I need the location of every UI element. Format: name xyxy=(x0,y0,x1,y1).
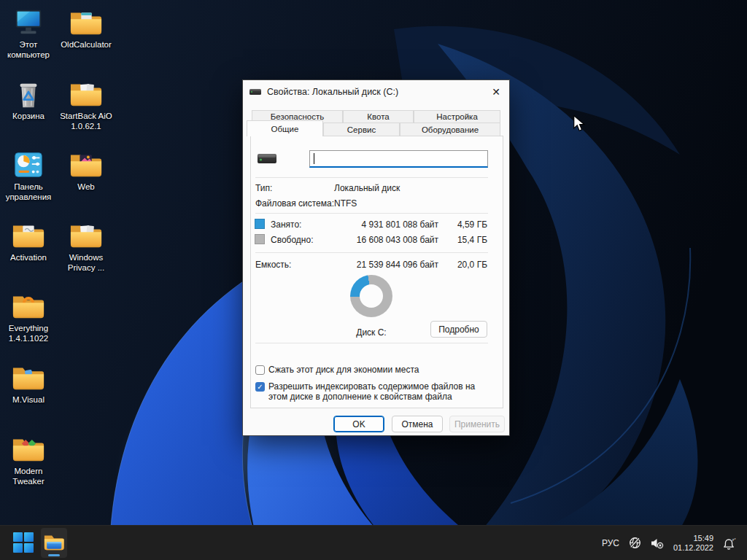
system-tray: РУС 15:49 01.12.2022 z z xyxy=(602,526,737,560)
this-pc-icon xyxy=(12,7,45,38)
drive-small-icon xyxy=(249,88,261,96)
donut-hole xyxy=(360,284,383,308)
no-internet-icon[interactable] xyxy=(629,537,641,549)
taskbar-explorer-button[interactable] xyxy=(41,528,67,558)
capacity-label: Емкость: xyxy=(255,260,291,270)
free-bytes: 16 608 043 008 байт xyxy=(329,235,438,245)
taskbar: РУС 15:49 01.12.2022 z z xyxy=(0,525,747,560)
divider xyxy=(255,177,488,178)
divider xyxy=(255,343,488,343)
details-button[interactable]: Подробно xyxy=(430,321,487,338)
free-legend-swatch xyxy=(255,234,265,244)
properties-dialog: Свойства: Локальный диск (C:) ✕ Безопасн… xyxy=(243,80,509,435)
start-button[interactable] xyxy=(13,532,34,553)
desktop-icon-label: Everything 1.4.1.1022 xyxy=(0,324,57,343)
used-size: 4,59 ГБ xyxy=(446,219,487,230)
close-icon[interactable]: ✕ xyxy=(489,85,503,98)
desktop-icon-label: Web xyxy=(58,182,115,192)
desktop-icon-startback[interactable]: StartBack AiO 1.0.62.1 xyxy=(58,79,115,131)
desktop-icon-this-pc[interactable]: Этот компьютер xyxy=(0,7,57,60)
folder-blue-icon xyxy=(12,362,45,393)
clock[interactable]: 15:49 01.12.2022 xyxy=(673,534,713,553)
desktop-icon-label: Modern Tweaker xyxy=(0,467,57,486)
folder-image-icon xyxy=(69,149,103,180)
index-checkbox-label: Разрешить индексировать содержимое файло… xyxy=(268,382,489,402)
filesystem-label: Файловая система: xyxy=(255,198,334,209)
desktop-icon-recycle-bin[interactable]: Корзина xyxy=(0,79,57,122)
running-indicator xyxy=(48,554,60,556)
desktop-icon-activation[interactable]: Activation xyxy=(0,220,57,263)
desktop-icon-label: M.Visual xyxy=(0,395,57,405)
text-caret xyxy=(314,153,314,164)
volume-label-input[interactable] xyxy=(309,150,488,168)
desktop-icon-label: Activation xyxy=(0,253,57,263)
desktop-icon-mvisual[interactable]: M.Visual xyxy=(0,362,57,405)
disk-usage-donut xyxy=(350,275,392,317)
desktop-icon-windows-privacy[interactable]: Windows Privacy ... xyxy=(58,220,115,273)
desktop-icon-web[interactable]: Web xyxy=(58,149,115,192)
folder-app-icon xyxy=(69,7,103,38)
desktop-icon-label: Корзина xyxy=(0,112,57,122)
muted-speaker-icon[interactable] xyxy=(651,537,664,549)
used-legend-swatch xyxy=(255,219,265,229)
ok-button[interactable]: OK xyxy=(333,416,384,432)
desktop-icon-label: OldCalculator xyxy=(58,40,115,50)
dialog-title-bar: Свойства: Локальный диск (C:) xyxy=(243,80,509,103)
dialog-title: Свойства: Локальный диск (C:) xyxy=(267,87,398,97)
notification-bell-dnd-icon[interactable]: z z xyxy=(723,537,737,550)
desktop-icon-modern-tweaker[interactable]: Modern Tweaker xyxy=(0,434,57,486)
apply-button[interactable]: Применить xyxy=(449,416,505,432)
mouse-cursor xyxy=(573,115,585,132)
desktop-icon-label: Этот компьютер xyxy=(0,40,57,60)
folder-ring-icon xyxy=(12,291,45,322)
tab-hardware[interactable]: Оборудование xyxy=(400,122,500,136)
folder-docs-icon xyxy=(69,220,103,251)
divider xyxy=(255,213,488,214)
compress-checkbox[interactable] xyxy=(255,365,265,375)
used-label: Занято: xyxy=(271,219,301,230)
clock-date: 01.12.2022 xyxy=(673,543,713,553)
divider xyxy=(255,252,488,253)
folder-docs-icon xyxy=(69,79,103,109)
used-bytes: 4 931 801 088 байт xyxy=(329,219,438,230)
desktop-icon-label: Windows Privacy ... xyxy=(58,253,115,273)
tab-customize[interactable]: Настройка xyxy=(414,110,500,123)
free-size: 15,4 ГБ xyxy=(446,235,487,245)
clock-time: 15:49 xyxy=(673,534,713,543)
cancel-button[interactable]: Отмена xyxy=(392,416,443,432)
filesystem-value: NTFS xyxy=(334,198,357,209)
general-tab-page: Тип: Локальный диск Файловая система: NT… xyxy=(250,136,503,408)
capacity-bytes: 21 539 844 096 байт xyxy=(329,260,438,270)
type-value: Локальный диск xyxy=(334,183,400,193)
tab-quota[interactable]: Квота xyxy=(343,110,414,123)
desktop-icon-control-panel[interactable]: Панель управления xyxy=(0,149,57,202)
folder-shapes-icon xyxy=(12,434,45,464)
control-panel-icon xyxy=(12,149,45,180)
drive-icon xyxy=(258,152,276,165)
compress-checkbox-label: Сжать этот диск для экономии места xyxy=(268,365,419,376)
desktop-icon-everything[interactable]: Everything 1.4.1.1022 xyxy=(0,291,57,343)
language-indicator[interactable]: РУС xyxy=(602,538,619,548)
capacity-size: 20,0 ГБ xyxy=(446,260,487,270)
index-checkbox[interactable]: ✓ xyxy=(255,382,265,392)
desktop-icon-label: StartBack AiO 1.0.62.1 xyxy=(58,112,115,131)
svg-text:z: z xyxy=(735,537,736,540)
disk-chart-label: Диск C: xyxy=(338,327,404,338)
folder-app-icon xyxy=(12,220,45,251)
file-explorer-icon xyxy=(43,531,65,553)
desktop-icon-label: Панель управления xyxy=(0,182,57,202)
tab-general-active[interactable]: Общие xyxy=(247,120,323,136)
desktop-icon-oldcalculator[interactable]: OldCalculator xyxy=(58,7,115,50)
free-label: Свободно: xyxy=(271,235,314,245)
tab-tools[interactable]: Сервис xyxy=(323,122,400,136)
recycle-bin-icon xyxy=(12,79,45,109)
type-label: Тип: xyxy=(255,183,272,193)
